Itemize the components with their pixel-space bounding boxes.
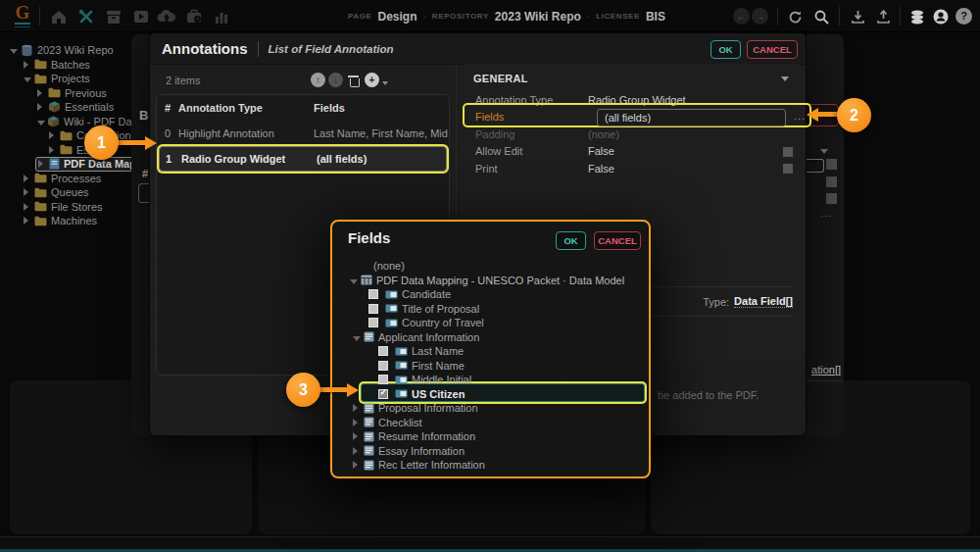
tree-item-applicant-information[interactable]: Applicant Information — [332, 330, 645, 345]
sidebar-item-batches[interactable]: Batches — [0, 58, 149, 73]
checkbox-unchecked[interactable] — [368, 289, 378, 299]
callout-arrowhead-3 — [347, 383, 359, 397]
print-checkbox[interactable] — [783, 164, 793, 174]
licensee-value[interactable]: BIS — [646, 10, 665, 24]
tree-item-resume-information[interactable]: Resume Information — [332, 429, 645, 444]
caret-right-icon[interactable] — [37, 101, 46, 113]
forward-button[interactable]: → — [752, 8, 768, 25]
download-button[interactable] — [848, 7, 867, 26]
tree-item-title-of-proposal[interactable]: Title of Proposal — [332, 302, 645, 317]
collapse-chevron-icon[interactable] — [781, 76, 789, 81]
annotation-row-0[interactable]: 0 Highlight Annotation Last Name, First … — [157, 121, 449, 146]
add-annotation-button[interactable] — [365, 73, 379, 87]
caret-right-icon[interactable] — [353, 459, 362, 471]
property-row-fields[interactable]: Fields (all fields) ... — [460, 109, 805, 126]
column-header-num[interactable]: # — [157, 102, 176, 114]
add-menu-caret-icon[interactable] — [382, 81, 388, 85]
sidebar-item-projects[interactable]: Projects — [0, 72, 149, 86]
fields-more-button[interactable]: ... — [794, 110, 806, 122]
caret-right-icon[interactable] — [49, 144, 58, 156]
annotation-row-1-selected[interactable]: 1 Radio Group Widget (all fields) — [159, 146, 447, 172]
sidebar-item-machines[interactable]: Machines — [0, 214, 149, 228]
folder-icon — [34, 74, 47, 84]
column-header-fields[interactable]: Fields — [314, 102, 449, 114]
caret-down-icon[interactable] — [353, 331, 362, 343]
sidebar-item-previous[interactable]: Previous — [0, 86, 149, 101]
tree-item-rec-letter-information[interactable]: Rec Letter Information — [332, 458, 645, 473]
caret-right-icon[interactable] — [353, 445, 362, 457]
logo-letter: G — [12, 3, 33, 23]
database-button[interactable] — [907, 7, 927, 26]
move-down-button[interactable] — [328, 73, 343, 87]
sidebar-item-processes[interactable]: Processes — [0, 172, 149, 186]
move-up-button[interactable] — [311, 73, 325, 87]
page-value[interactable]: Design — [377, 10, 416, 24]
tools-button[interactable] — [76, 7, 96, 26]
fields-ok-button[interactable]: OK — [556, 231, 586, 250]
sidebar-item-queues[interactable]: Queues — [0, 185, 149, 200]
caret-right-icon[interactable] — [24, 173, 32, 184]
caret-down-icon[interactable] — [350, 275, 359, 286]
tree-item-middle-initial[interactable]: Middle Initial — [332, 373, 645, 387]
tree-item-country-of-travel[interactable]: Country of Travel — [332, 316, 645, 330]
sidebar-item-wiki-pdf-data[interactable]: Wiki - PDF Data M — [0, 115, 149, 129]
sidebar-item-essentials[interactable]: Essentials — [0, 100, 149, 115]
upload-button[interactable] — [873, 7, 893, 26]
general-section-header[interactable]: GENERAL — [473, 73, 528, 84]
caret-down-icon[interactable] — [37, 116, 45, 127]
checkbox-unchecked[interactable] — [368, 318, 378, 327]
back-button[interactable]: ← — [733, 8, 750, 25]
tree-item-checklist[interactable]: Checklist — [332, 416, 645, 430]
licensee-label: LICENSEE — [596, 12, 640, 21]
app-logo[interactable]: G — [12, 3, 33, 27]
help-button[interactable]: ? — [956, 8, 972, 25]
jobs-button[interactable] — [184, 7, 204, 26]
allow-edit-checkbox[interactable] — [783, 147, 793, 157]
account-button[interactable] — [931, 7, 951, 26]
checkbox-unchecked[interactable] — [378, 346, 388, 356]
media-button[interactable] — [131, 7, 151, 26]
caret-right-icon[interactable] — [24, 59, 32, 71]
checkbox-unchecked[interactable] — [378, 375, 388, 384]
home-button[interactable] — [49, 7, 69, 26]
search-button[interactable] — [811, 7, 831, 26]
caret-right-icon[interactable] — [24, 215, 32, 226]
tree-item-data-model-root[interactable]: PDF Data Mapping - UNESCO Packet · Data … — [332, 274, 645, 288]
cancel-button[interactable]: CANCEL — [747, 40, 798, 59]
tree-item-candidate[interactable]: Candidate — [332, 287, 645, 302]
checkbox-unchecked[interactable] — [368, 304, 378, 314]
caret-right-icon[interactable] — [49, 129, 58, 141]
column-header-type[interactable]: Annotation Type — [176, 102, 314, 114]
tree-item-proposal-information[interactable]: Proposal Information — [332, 401, 645, 416]
tree-item-first-name[interactable]: First Name — [332, 359, 645, 374]
fields-value-box[interactable]: (all fields) — [597, 109, 786, 126]
type-value-link[interactable]: Data Field[] — [734, 295, 793, 308]
caret-right-icon[interactable] — [353, 417, 362, 428]
fields-cancel-button[interactable]: CANCEL — [594, 231, 641, 250]
sidebar-item-file-stores[interactable]: File Stores — [0, 200, 149, 215]
chevron-down-icon — [820, 149, 828, 154]
caret-down-icon[interactable] — [24, 73, 32, 84]
refresh-button[interactable] — [785, 7, 805, 26]
tree-item-us-citizen-selected[interactable]: US Citizen — [332, 387, 645, 402]
checkbox-unchecked[interactable] — [378, 361, 388, 371]
caret-right-icon[interactable] — [24, 201, 32, 213]
delete-icon[interactable] — [348, 74, 359, 86]
divider — [839, 7, 840, 25]
tree-item-essay-information[interactable]: Essay Information — [332, 444, 645, 459]
archive-button[interactable] — [104, 7, 123, 26]
caret-right-icon[interactable] — [37, 87, 46, 99]
caret-right-icon[interactable] — [24, 186, 32, 198]
stats-button[interactable] — [212, 7, 231, 26]
caret-down-icon[interactable] — [10, 44, 19, 56]
ok-button[interactable]: OK — [710, 40, 741, 59]
caret-right-icon[interactable] — [353, 430, 362, 442]
caret-right-icon[interactable] — [353, 402, 362, 414]
deploy-button[interactable] — [157, 7, 176, 26]
caret-right-icon[interactable] — [38, 158, 47, 170]
tree-item-last-name[interactable]: Last Name — [332, 344, 645, 359]
sidebar-item-2023-wiki-repo[interactable]: 2023 Wiki Repo — [0, 43, 149, 58]
tree-item-none[interactable]: (none) — [332, 259, 645, 274]
repository-value[interactable]: 2023 Wiki Repo — [495, 10, 581, 24]
checkbox-checked[interactable] — [378, 389, 388, 399]
